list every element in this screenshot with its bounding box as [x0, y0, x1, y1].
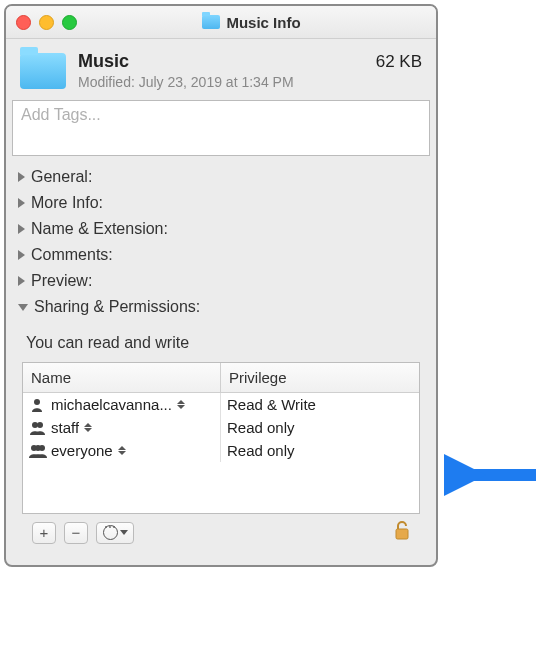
info-window: Music Info Music 62 KB Modified: July 23… [4, 4, 438, 567]
name-cell: everyone [23, 439, 221, 462]
permissions-body: You can read and write Name Privilege mi… [6, 324, 436, 565]
folder-size: 62 KB [376, 52, 422, 72]
user-icon [29, 421, 47, 435]
title-center: Music Info [77, 14, 426, 31]
chevron-right-icon [18, 172, 25, 182]
svg-point-2 [37, 422, 43, 428]
svg-point-5 [39, 445, 45, 451]
tags-field[interactable] [12, 100, 430, 156]
remove-button[interactable]: − [64, 522, 88, 544]
folder-icon [20, 53, 66, 89]
file-header: Music 62 KB Modified: July 23, 2019 at 1… [6, 39, 436, 100]
privilege-cell[interactable]: Read only [221, 416, 419, 439]
folder-name: Music [78, 51, 129, 72]
user-name: michaelcavanna... [51, 396, 172, 413]
lock-icon[interactable] [394, 520, 410, 545]
privilege-cell[interactable]: Read only [221, 439, 419, 462]
user-name: staff [51, 419, 79, 436]
minus-icon: − [72, 524, 81, 541]
action-menu-button[interactable] [96, 522, 134, 544]
table-row[interactable]: everyoneRead only [23, 439, 419, 462]
section-more-info[interactable]: More Info: [6, 190, 436, 216]
user-icon [29, 398, 47, 412]
add-button[interactable]: + [32, 522, 56, 544]
privilege-label: Read only [227, 419, 295, 436]
plus-icon: + [40, 524, 49, 541]
table-row[interactable]: michaelcavanna...Read & Write [23, 393, 419, 416]
col-name[interactable]: Name [23, 363, 221, 392]
chevron-down-icon [120, 530, 128, 535]
user-icon [29, 444, 47, 458]
close-icon[interactable] [16, 15, 31, 30]
stepper-icon[interactable] [176, 400, 186, 409]
svg-rect-6 [396, 529, 408, 539]
section-label: Preview: [31, 272, 92, 290]
sections: General: More Info: Name & Extension: Co… [6, 162, 436, 324]
modified-label: Modified: July 23, 2019 at 1:34 PM [78, 74, 422, 90]
stepper-icon[interactable] [83, 423, 93, 432]
permissions-rows: michaelcavanna...Read & WritestaffRead o… [23, 393, 419, 513]
traffic-lights [16, 15, 77, 30]
section-sharing-permissions[interactable]: Sharing & Permissions: [6, 294, 436, 320]
col-privilege[interactable]: Privilege [221, 363, 419, 392]
permissions-footer: + − [22, 514, 420, 555]
permissions-header: Name Privilege [23, 363, 419, 393]
section-label: Sharing & Permissions: [34, 298, 200, 316]
chevron-right-icon [18, 250, 25, 260]
chevron-right-icon [18, 198, 25, 208]
section-label: Comments: [31, 246, 113, 264]
section-name-extension[interactable]: Name & Extension: [6, 216, 436, 242]
section-general[interactable]: General: [6, 164, 436, 190]
minimize-icon[interactable] [39, 15, 54, 30]
section-label: More Info: [31, 194, 103, 212]
section-comments[interactable]: Comments: [6, 242, 436, 268]
section-preview[interactable]: Preview: [6, 268, 436, 294]
permissions-caption: You can read and write [26, 334, 420, 352]
name-cell: michaelcavanna... [23, 393, 221, 416]
titlebar: Music Info [6, 6, 436, 39]
window-title: Music Info [226, 14, 300, 31]
callout-arrow-icon [444, 450, 544, 500]
folder-icon [202, 15, 220, 29]
zoom-icon[interactable] [62, 15, 77, 30]
section-label: General: [31, 168, 92, 186]
privilege-cell[interactable]: Read & Write [221, 393, 419, 416]
user-name: everyone [51, 442, 113, 459]
chevron-right-icon [18, 276, 25, 286]
chevron-down-icon [18, 304, 28, 311]
name-cell: staff [23, 416, 221, 439]
privilege-label: Read only [227, 442, 295, 459]
section-label: Name & Extension: [31, 220, 168, 238]
stepper-icon[interactable] [117, 446, 127, 455]
table-row[interactable]: staffRead only [23, 416, 419, 439]
privilege-label: Read & Write [227, 396, 316, 413]
svg-point-0 [34, 399, 40, 405]
ellipsis-circle-icon [103, 525, 118, 540]
tags-input[interactable] [19, 105, 423, 125]
chevron-right-icon [18, 224, 25, 234]
permissions-table: Name Privilege michaelcavanna...Read & W… [22, 362, 420, 514]
